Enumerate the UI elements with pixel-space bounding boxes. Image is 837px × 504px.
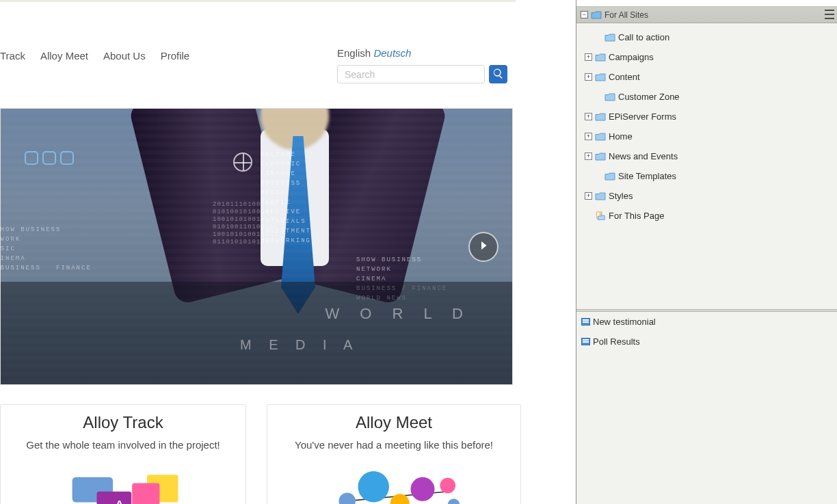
- hero-deco-bits: 201011101001001 010100101001010 10010101…: [213, 201, 278, 246]
- lang-en[interactable]: English: [337, 47, 371, 59]
- chevron-right-icon: [477, 239, 490, 254]
- block-label: Poll Results: [593, 336, 640, 347]
- hero-deco-media: M E D I A: [240, 337, 359, 353]
- nav-item-aboutus[interactable]: About Us: [103, 50, 146, 62]
- blocks-list: New testimonial Poll Results: [576, 312, 837, 504]
- hero-carousel: 201011101001001 010100101001010 10010101…: [0, 108, 513, 385]
- svg-point-10: [440, 478, 455, 494]
- folder-icon: [595, 131, 606, 142]
- lang-de[interactable]: Deutsch: [373, 47, 411, 59]
- expand-toggle[interactable]: +: [585, 192, 592, 200]
- tree-node-customer-zone[interactable]: Customer Zone: [576, 87, 837, 107]
- expand-toggle[interactable]: +: [585, 152, 592, 160]
- svg-point-7: [358, 471, 390, 503]
- block-icon: [581, 337, 590, 347]
- tree-node-for-this-page[interactable]: For This Page: [576, 206, 837, 226]
- folder-tree: Call to action + Campaigns + Content: [576, 23, 837, 309]
- teaser-art: A: [10, 471, 236, 504]
- site-header: Track Alloy Meet About Us Profile Englis…: [0, 2, 516, 108]
- search-button[interactable]: [489, 65, 507, 83]
- tree-node-home[interactable]: + Home: [576, 127, 837, 146]
- expand-toggle[interactable]: +: [585, 53, 592, 61]
- assets-panel: − For All Sites Call to action +: [576, 0, 837, 504]
- block-new-testimonial[interactable]: New testimonial: [576, 312, 837, 332]
- folder-icon: [595, 151, 606, 162]
- teaser-title: Alloy Meet: [277, 413, 511, 432]
- site-nav: Track Alloy Meet About Us Profile: [0, 50, 189, 62]
- hero-deco-sidewords: SHOW BUSINESS NETWORK MUSIC CINEMA BUSIN…: [0, 225, 92, 273]
- page-folder-icon: [595, 211, 606, 222]
- collapse-toggle[interactable]: −: [581, 11, 588, 18]
- tree-node-label: Campaigns: [609, 52, 654, 62]
- expand-toggle: [594, 93, 602, 101]
- hero-deco-icons: [25, 151, 74, 165]
- expand-toggle[interactable]: +: [585, 73, 592, 81]
- folder-icon: [591, 10, 602, 21]
- search-input[interactable]: [337, 65, 485, 83]
- svg-point-6: [339, 493, 356, 505]
- tree-node-label: EPiServer Forms: [609, 111, 676, 122]
- tree-node-styles[interactable]: + Styles: [576, 186, 837, 206]
- block-icon: [581, 317, 590, 327]
- expand-toggle[interactable]: +: [585, 133, 592, 140]
- tree-node-label: News and Events: [609, 151, 678, 161]
- block-poll-results[interactable]: Poll Results: [576, 332, 837, 352]
- svg-point-11: [448, 499, 460, 504]
- preview-pane: Track Alloy Meet About Us Profile Englis…: [0, 0, 576, 504]
- tree-node-label: Home: [609, 131, 633, 142]
- teaser-art: [277, 471, 511, 504]
- folder-icon: [595, 111, 606, 122]
- block-label: New testimonial: [593, 317, 656, 327]
- globe-icon: [233, 152, 252, 172]
- tree-node-call-to-action[interactable]: Call to action: [576, 27, 837, 47]
- tree-node-site-templates[interactable]: Site Templates: [576, 166, 837, 186]
- panel-header-label: For All Sites: [604, 10, 648, 20]
- nav-item-profile[interactable]: Profile: [161, 50, 190, 62]
- expand-toggle[interactable]: +: [585, 113, 592, 120]
- folder-icon: [604, 32, 615, 43]
- expand-toggle: [594, 172, 602, 180]
- tree-node-campaigns[interactable]: + Campaigns: [576, 47, 837, 67]
- carousel-next-button[interactable]: [468, 232, 499, 262]
- svg-text:A: A: [114, 496, 125, 504]
- panel-menu-button[interactable]: [825, 10, 834, 19]
- folder-icon: [595, 72, 606, 83]
- tree-node-label: Call to action: [618, 32, 669, 42]
- svg-point-9: [411, 477, 435, 501]
- teaser-alloy-meet[interactable]: Alloy Meet You've never had a meeting li…: [267, 404, 521, 504]
- expand-toggle: [585, 212, 592, 220]
- folder-icon: [604, 171, 615, 182]
- nav-item-alloymeet[interactable]: Alloy Meet: [40, 50, 88, 62]
- tree-node-label: Customer Zone: [618, 92, 680, 102]
- svg-rect-2: [132, 483, 159, 505]
- expand-toggle: [594, 34, 602, 41]
- teaser-title: Alloy Track: [10, 413, 236, 432]
- tree-node-label: Styles: [609, 191, 633, 201]
- teaser-tagline: You've never had a meeting like this bef…: [277, 439, 511, 451]
- tree-node-label: Content: [609, 72, 640, 82]
- tree-node-news-and-events[interactable]: + News and Events: [576, 146, 837, 166]
- folder-icon: [595, 52, 606, 63]
- panel-header-for-all-sites[interactable]: − For All Sites: [576, 7, 837, 23]
- folder-icon: [604, 92, 615, 103]
- tree-node-content[interactable]: + Content: [576, 67, 837, 87]
- tree-node-label: Site Templates: [618, 171, 676, 181]
- nav-item-track[interactable]: Track: [0, 50, 25, 62]
- hero-deco-world: W O R L D: [325, 305, 471, 323]
- tree-node-label: For This Page: [609, 211, 664, 221]
- tree-node-episerver-forms[interactable]: + EPiServer Forms: [576, 107, 837, 127]
- language-selector: English Deutsch: [337, 47, 411, 59]
- folder-icon: [595, 191, 606, 202]
- teaser-tagline: Get the whole team involved in the proje…: [10, 439, 236, 451]
- search-icon: [492, 68, 504, 81]
- teaser-alloy-track[interactable]: Alloy Track Get the whole team involved …: [0, 404, 246, 504]
